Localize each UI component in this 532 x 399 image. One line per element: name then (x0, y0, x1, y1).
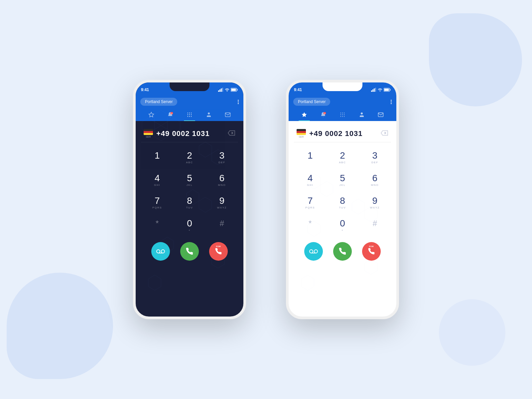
tab-recents-dark[interactable]: 3 (161, 109, 180, 121)
bottom-actions-dark: SSM (141, 238, 238, 263)
more-dot-3 (238, 103, 239, 104)
svg-point-35 (161, 250, 165, 253)
phone-number-dark: +49 0002 1031 (156, 129, 209, 138)
signal-icon-dark (218, 88, 223, 92)
ssm-label-dark: SSM (216, 245, 221, 248)
backspace-icon-dark (227, 130, 235, 136)
server-badge-light[interactable]: Portland Server (293, 98, 330, 106)
svg-rect-45 (371, 90, 372, 92)
tab-contacts-dark[interactable] (199, 109, 218, 121)
german-flag-dark (144, 129, 153, 135)
more-menu-dark[interactable] (238, 100, 239, 104)
messages-icon-light (378, 112, 384, 119)
key-4-dark[interactable]: 4 GHI (141, 169, 173, 192)
key-7-light[interactable]: 7 PQRS (294, 192, 326, 214)
tab-favorites-dark[interactable] (142, 109, 161, 121)
phone-dark: 9:41 Po (133, 80, 246, 319)
wifi-icon-light (378, 88, 382, 92)
key-hash-dark[interactable]: # (206, 214, 238, 237)
svg-rect-17 (237, 89, 238, 91)
key-6-light[interactable]: 6 MNO (359, 169, 391, 192)
svg-point-27 (191, 114, 192, 115)
key-6-dark[interactable]: 6 MNO (206, 169, 238, 192)
key-2-dark[interactable]: 2 ABC (173, 146, 205, 169)
svg-rect-52 (384, 89, 389, 91)
key-hash-light[interactable]: # (359, 214, 391, 237)
contacts-icon-light (359, 112, 365, 119)
bg-decoration-2 (429, 13, 522, 106)
key-0-dark[interactable]: 0 + (173, 214, 205, 237)
key-1-dark[interactable]: 1 (141, 146, 173, 169)
flag-container-dark: GER (144, 129, 153, 138)
tab-favorites-light[interactable] (295, 109, 314, 121)
key-star-light[interactable]: * (294, 214, 326, 237)
number-display-dark: GER +49 0002 1031 (141, 126, 238, 142)
german-flag-light (297, 129, 306, 135)
tab-messages-dark[interactable] (218, 109, 237, 121)
key-2-light[interactable]: 2 ABC (326, 146, 358, 169)
key-5-light[interactable]: 5 JKL (326, 169, 358, 192)
country-label-dark: GER (146, 136, 151, 138)
call-icon-light (338, 247, 346, 255)
nav-tabs-light: 3 (293, 109, 392, 121)
voicemail-btn-light[interactable] (304, 242, 323, 261)
backspace-btn-dark[interactable] (227, 130, 235, 138)
svg-point-64 (344, 116, 344, 117)
ssm-icon-light (368, 248, 375, 255)
star-icon-light (301, 112, 307, 119)
svg-point-31 (208, 112, 210, 114)
key-7-dark[interactable]: 7 PQRS (141, 192, 173, 214)
key-5-dark[interactable]: 5 JKL (173, 169, 205, 192)
backspace-btn-light[interactable] (380, 130, 388, 138)
tab-keypad-light[interactable] (333, 109, 352, 121)
server-badge-dark[interactable]: Portland Server (140, 98, 177, 106)
key-9-light[interactable]: 9 WXYZ (359, 192, 391, 214)
app-header-light: Portland Server (289, 95, 396, 121)
key-4-light[interactable]: 4 GHI (294, 169, 326, 192)
svg-marker-10 (148, 275, 161, 290)
wifi-icon-dark (225, 88, 229, 92)
ssm-btn-light[interactable]: SSM (362, 242, 381, 261)
key-1-light[interactable]: 1 (294, 146, 326, 169)
contacts-icon-dark (206, 112, 212, 119)
svg-point-69 (314, 250, 318, 253)
tab-keypad-dark[interactable] (180, 109, 199, 121)
svg-rect-51 (390, 89, 391, 91)
tab-recents-light[interactable]: 3 (314, 109, 333, 121)
svg-point-34 (157, 250, 160, 253)
status-icons-dark (218, 88, 238, 92)
svg-rect-13 (221, 88, 222, 92)
svg-marker-44 (301, 275, 314, 290)
signal-icon-light (371, 88, 376, 92)
key-3-light[interactable]: 3 DEF (359, 146, 391, 169)
dialer-body-light: GER +49 0002 1031 1 2 ABC (289, 121, 396, 267)
svg-point-49 (380, 91, 380, 91)
status-time-dark: 9:41 (141, 87, 149, 92)
key-8-dark[interactable]: 8 TUV (173, 192, 205, 214)
keypad-icon-dark (187, 112, 193, 119)
svg-point-22 (188, 113, 188, 113)
keypad-icon-light (339, 112, 345, 119)
call-btn-light[interactable] (333, 242, 352, 261)
ssm-btn-dark[interactable]: SSM (209, 242, 228, 261)
key-8-light[interactable]: 8 TUV (326, 192, 358, 214)
svg-rect-14 (222, 88, 223, 92)
flag-container-light: GER (297, 129, 306, 138)
svg-point-30 (191, 116, 192, 117)
dialer-body-dark: GER +49 0002 1031 1 2 ABC (136, 121, 243, 267)
tab-contacts-light[interactable] (352, 109, 371, 121)
key-star-dark[interactable]: * (141, 214, 173, 237)
keypad-light: 1 2 ABC 3 DEF 4 GHI 5 JKL 6 MNO (294, 145, 391, 238)
more-menu-light[interactable] (391, 100, 392, 104)
voicemail-icon-dark (156, 249, 165, 254)
voicemail-btn-dark[interactable] (151, 242, 170, 261)
tab-messages-light[interactable] (371, 109, 390, 121)
voicemail-icon-light (309, 249, 318, 254)
call-btn-dark[interactable] (180, 242, 199, 261)
key-3-dark[interactable]: 3 DEF (206, 146, 238, 169)
key-9-dark[interactable]: 9 WXYZ (206, 192, 238, 214)
battery-icon-light (384, 88, 391, 92)
svg-point-15 (227, 91, 227, 91)
messages-icon-dark (225, 112, 231, 119)
key-0-light[interactable]: 0 + (326, 214, 358, 237)
